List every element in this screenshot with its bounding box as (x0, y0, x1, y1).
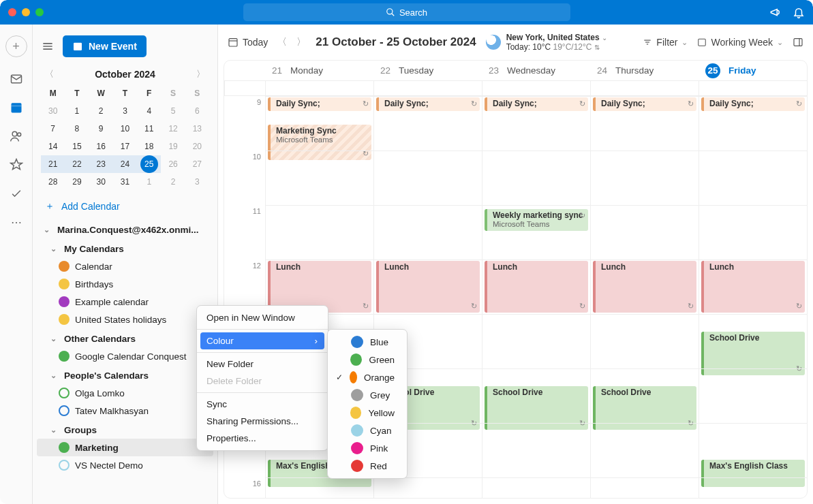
peoples-calendars-group[interactable]: ⌄ People's Calendars (33, 365, 217, 384)
day-header[interactable]: 21Monday (265, 65, 373, 76)
minical-prev[interactable]: 〈 (45, 68, 54, 80)
weather-widget[interactable]: New York, United States ⌄ Today: 10°C 19… (486, 33, 607, 52)
minical-day[interactable]: 14 (44, 138, 62, 155)
add-calendar-button[interactable]: ＋ Add Calendar (33, 191, 217, 219)
calendar-item[interactable]: ✓Example calendar (33, 293, 217, 311)
calendar-event[interactable]: Lunch↻ (376, 261, 480, 313)
calendar-item[interactable]: ✓Birthdays (33, 275, 217, 293)
calendar-event[interactable]: Weekly marketing syncMicrosoft Teams↻ (485, 209, 588, 231)
minical-day[interactable]: 24 (116, 155, 134, 173)
minical-day[interactable]: 25 (140, 155, 158, 173)
minical-day[interactable]: 8 (68, 120, 86, 138)
ctx-sync[interactable]: Sync (197, 396, 328, 413)
colour-option[interactable]: ✓Orange (328, 368, 407, 386)
calendar-item[interactable]: VS Nectel Demo (33, 456, 217, 474)
ctx-open-new-window[interactable]: Open in New Window (197, 309, 328, 326)
minical-day[interactable]: 15 (68, 138, 86, 155)
megaphone-icon[interactable] (769, 6, 782, 18)
maximize-window-button[interactable] (35, 8, 44, 16)
minical-day[interactable]: 3 (116, 102, 134, 120)
calendar-event[interactable]: Lunch↻ (485, 261, 588, 313)
calendar-color-dot[interactable]: ✓ (59, 279, 70, 289)
ctx-colour[interactable]: Colour› (200, 332, 324, 349)
calendar-color-dot[interactable]: ✓ (59, 314, 70, 325)
panel-icon[interactable] (793, 37, 803, 48)
minical-day[interactable]: 1 (68, 102, 86, 120)
minical-day[interactable]: 9 (92, 120, 110, 138)
minical-day[interactable]: 2 (164, 173, 182, 191)
calendar-item[interactable]: Tatev Malkhasyan (33, 402, 217, 420)
minical-day[interactable]: 21 (44, 155, 62, 173)
calendar-color-dot[interactable] (59, 405, 70, 416)
todo-icon[interactable] (10, 187, 23, 200)
colour-option[interactable]: Cyan (328, 422, 407, 439)
prev-week-button[interactable]: 〈 (277, 36, 287, 48)
day-column-wed[interactable]: Daily Sync;↻Weekly marketing syncMicroso… (482, 96, 590, 498)
calendar-event[interactable]: Max's English Class (701, 460, 805, 487)
search-input[interactable]: Search (243, 3, 570, 21)
minical-day[interactable]: 30 (92, 173, 110, 191)
minical-day[interactable]: 6 (188, 102, 206, 120)
calendar-item[interactable]: ✓Marketing (37, 439, 213, 456)
new-event-button[interactable]: New Event (63, 35, 147, 57)
calendar-item[interactable]: ✓Calendar (33, 257, 217, 275)
minical-day[interactable]: 27 (188, 155, 206, 173)
minical-day[interactable]: 19 (164, 138, 182, 155)
calendar-event[interactable]: Lunch↻ (593, 261, 696, 313)
minical-day[interactable]: 16 (92, 138, 110, 155)
minical-day[interactable]: 30 (44, 102, 62, 120)
star-icon[interactable] (10, 158, 23, 172)
mail-icon[interactable] (10, 72, 23, 86)
minical-day[interactable]: 4 (140, 102, 158, 120)
more-icon[interactable]: ⋯ (10, 215, 23, 229)
calendar-event[interactable]: Daily Sync;↻ (485, 97, 588, 111)
today-button[interactable]: Today (228, 37, 268, 48)
minical-day[interactable]: 31 (116, 173, 134, 191)
my-calendars-group[interactable]: ⌄ My Calendars (33, 238, 217, 257)
minical-next[interactable]: 〉 (196, 68, 205, 80)
minical-day[interactable]: 7 (44, 120, 62, 138)
calendar-color-dot[interactable]: ✓ (59, 351, 70, 362)
other-calendars-group[interactable]: ⌄ Other Calendars (33, 328, 217, 347)
calendar-color-dot[interactable] (59, 388, 70, 398)
day-column-fri[interactable]: Daily Sync;↻Lunch↻School Drive↻Max's Eng… (699, 96, 807, 498)
calendar-event[interactable]: Daily Sync;↻ (376, 97, 480, 111)
minical-day[interactable]: 29 (68, 173, 86, 191)
calendar-event[interactable]: Marketing SyncMicrosoft Teams↻ (268, 125, 371, 160)
day-header[interactable]: 22Tuesday (373, 65, 482, 76)
calendar-color-dot[interactable]: ✓ (59, 296, 70, 307)
minimize-window-button[interactable] (22, 8, 30, 16)
colour-option[interactable]: Green (328, 351, 407, 368)
colour-option[interactable]: Red (328, 457, 407, 475)
calendar-color-dot[interactable] (59, 460, 70, 471)
minical-day[interactable]: 20 (188, 138, 206, 155)
minical-day[interactable]: 13 (188, 120, 206, 138)
minical-day[interactable]: 12 (164, 120, 182, 138)
filter-button[interactable]: Filter ⌄ (643, 37, 688, 48)
colour-option[interactable]: Pink (328, 439, 407, 457)
day-column-thu[interactable]: Daily Sync;↻Lunch↻School Drive↻ (590, 96, 699, 498)
calendar-color-dot[interactable]: ✓ (59, 442, 70, 453)
calendar-item[interactable]: ✓Google Calendar Conquest (33, 347, 217, 365)
groups-group[interactable]: ⌄ Groups (33, 420, 217, 439)
colour-option[interactable]: Yellow (328, 404, 407, 422)
ctx-sharing[interactable]: Sharing Permissions... (197, 413, 328, 430)
menu-toggle-icon[interactable] (41, 40, 55, 53)
calendar-icon[interactable] (10, 101, 23, 114)
people-icon[interactable] (10, 129, 23, 143)
minical-day[interactable]: 26 (164, 155, 182, 173)
minical-day[interactable]: 22 (68, 155, 86, 173)
calendar-item[interactable]: ✓United States holidays (33, 311, 217, 328)
minical-day[interactable]: 3 (188, 173, 206, 191)
minical-day[interactable]: 28 (44, 173, 62, 191)
calendar-event[interactable]: Lunch↻ (701, 261, 805, 313)
calendar-color-dot[interactable]: ✓ (59, 261, 70, 272)
minical-day[interactable]: 5 (164, 102, 182, 120)
compose-button[interactable]: + (5, 35, 27, 57)
calendar-event[interactable]: Daily Sync;↻ (268, 97, 371, 111)
calendar-item[interactable]: Olga Lomko (33, 384, 217, 402)
bell-icon[interactable] (793, 6, 805, 18)
day-header[interactable]: 24Thursday (590, 65, 699, 76)
minical-day[interactable]: 11 (140, 120, 158, 138)
view-button[interactable]: Working Week ⌄ (697, 37, 783, 48)
